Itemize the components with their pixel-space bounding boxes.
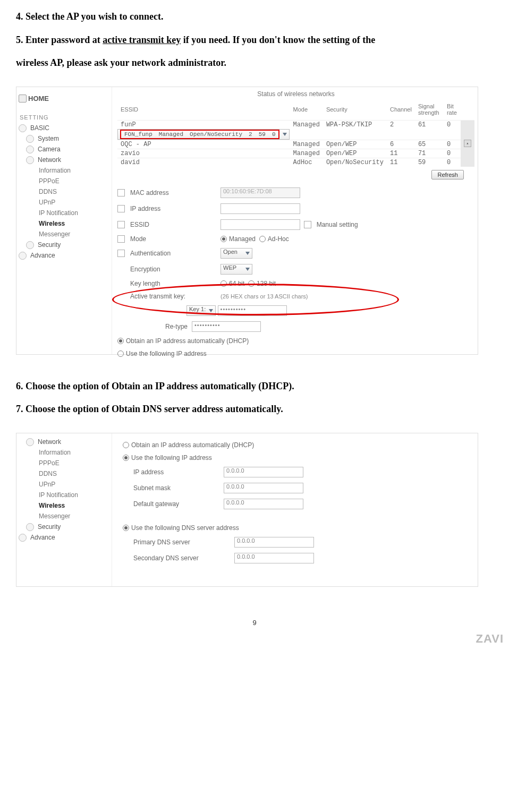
checkbox-icon[interactable] [117, 235, 125, 243]
checkbox-icon[interactable] [117, 250, 125, 257]
refresh-button[interactable]: Refresh [431, 170, 464, 180]
table-row[interactable]: OQC - APManagedOpen/WEP6650 [117, 140, 474, 149]
nav-upnp-2[interactable]: UPnP [16, 479, 112, 490]
retype-password-field[interactable]: •••••••••• [192, 321, 261, 332]
row-static: Use the following IP address [117, 347, 474, 360]
highlight-oval [112, 284, 399, 315]
table-row[interactable]: zavioManagedOpen/WEP11710 [117, 149, 474, 158]
static-radio[interactable] [117, 351, 124, 357]
nav-ddns[interactable]: DDNS [16, 186, 112, 197]
mode-label: Mode [130, 235, 220, 243]
sdns-label: Secondary DNS server [133, 554, 234, 562]
cell: Managed [156, 130, 186, 139]
status-title: Status of wireless networks [117, 87, 474, 101]
cell: 6 [387, 140, 415, 149]
gw-field[interactable]: 0.0.0.0 [224, 499, 303, 509]
row-mode: Mode Managed Ad-Hoc [117, 233, 474, 245]
row-dns-static: Use the following DNS server address [123, 522, 474, 534]
pdns-field[interactable]: 0.0.0.0 [234, 537, 314, 548]
auth-label: Authentication [130, 250, 220, 257]
nav-network[interactable]: Network [24, 155, 112, 165]
auth-select[interactable]: Open [220, 248, 252, 259]
table-row[interactable]: funPManagedWPA-PSK/TKIP2610 ▴ [117, 120, 474, 129]
nav-messenger[interactable]: Messenger [16, 229, 112, 240]
nav-information[interactable]: Information [16, 165, 112, 176]
nav-wireless-2[interactable]: Wireless [16, 500, 112, 511]
nav-security[interactable]: Security [24, 240, 112, 250]
col-essid: ESSID [117, 101, 290, 121]
nav-ddns-2[interactable]: DDNS [16, 468, 112, 479]
nav-network-2[interactable]: Network [24, 437, 112, 447]
col-security: Security [323, 101, 387, 121]
cell: 71 [415, 149, 444, 158]
cell: 59 [256, 130, 269, 139]
pdns-label: Primary DNS server [133, 539, 234, 546]
nav-home[interactable]: HOME [16, 92, 112, 105]
nav-ipnotification[interactable]: IP Notification [16, 208, 112, 218]
nav-information-2[interactable]: Information [16, 447, 112, 458]
nav-security-2[interactable]: Security [24, 522, 112, 532]
static-label: Use the following IP address [126, 350, 207, 357]
cell: zavio [117, 149, 290, 158]
row-auth: Authentication Open [117, 245, 474, 261]
nav-pppoe-2[interactable]: PPPoE [16, 458, 112, 468]
instr5a: 5. Enter password at [16, 35, 103, 45]
cell: 11 [387, 149, 415, 158]
cell: 0 [444, 149, 461, 158]
sdns-field[interactable]: 0.0.0.0 [234, 553, 314, 563]
nav-system[interactable]: System [24, 133, 112, 144]
ip-field[interactable] [220, 203, 300, 214]
instruction-7: 7. Choose the option of Obtain DNS serve… [16, 399, 493, 420]
cell: 0 [444, 120, 461, 129]
checkbox-icon[interactable] [117, 221, 125, 228]
nav-basic[interactable]: BASIC [16, 123, 112, 133]
nav-ipnotification-2[interactable]: IP Notification [16, 490, 112, 500]
checkbox-icon[interactable] [117, 189, 125, 196]
cell: Open/NoSecurity [323, 158, 387, 167]
cell: 61 [415, 120, 444, 129]
row-gw: Default gateway 0.0.0.0 [123, 496, 474, 512]
checkbox-icon[interactable] [117, 205, 125, 212]
row-essid: ESSID Manual setting [117, 217, 474, 233]
col-channel: Channel [387, 101, 415, 121]
nav-sidebar: HOME SETTING BASIC System Camera Network… [16, 87, 112, 354]
ip-field-2[interactable]: 0.0.0.0 [224, 467, 303, 477]
table-row-selected[interactable]: FON_funpManagedOpen/NoSecurity2590 [117, 129, 290, 140]
scroll-up-icon[interactable]: ▴ [464, 140, 471, 147]
mask-field[interactable]: 0.0.0.0 [224, 483, 303, 493]
essid-label: ESSID [130, 221, 220, 228]
mode-adhoc-label: Ad-Hoc [268, 235, 289, 243]
nav-advance[interactable]: Advance [16, 250, 112, 261]
col-bitrate: Bit rate [444, 101, 461, 121]
manual-label: Manual setting [317, 221, 358, 228]
cell: david [117, 158, 290, 167]
cell: Managed [290, 140, 323, 149]
dns-static-radio[interactable] [123, 525, 129, 531]
cell: AdHoc [290, 158, 323, 167]
ip-label: IP address [130, 205, 220, 212]
dhcp-radio-2[interactable] [123, 442, 129, 448]
table-row[interactable]: davidAdHocOpen/NoSecurity11590 [117, 158, 474, 167]
nav-wireless[interactable]: Wireless [16, 218, 112, 229]
static-radio-2[interactable] [123, 455, 129, 461]
nav-camera[interactable]: Camera [24, 144, 112, 155]
manual-checkbox[interactable] [304, 221, 311, 228]
nav-advance-2[interactable]: Advance [16, 532, 112, 543]
cell: Open/WEP [323, 140, 387, 149]
row-mac: MAC address 00:10:60:9E:7D:08 [117, 185, 474, 201]
dhcp-radio[interactable] [117, 338, 124, 344]
essid-field[interactable] [220, 219, 300, 230]
footer: ZAVI [16, 627, 493, 643]
nav-pppoe[interactable]: PPPoE [16, 176, 112, 186]
cell: 65 [415, 140, 444, 149]
mode-managed-radio[interactable] [220, 236, 227, 242]
mode-adhoc-radio[interactable] [259, 236, 266, 242]
page-number: 9 [16, 619, 493, 627]
enc-select[interactable]: WEP [220, 264, 252, 275]
dhcp-label: Obtain an IP address automatically (DHCP… [126, 337, 249, 345]
nav-messenger-2[interactable]: Messenger [16, 511, 112, 522]
nav-upnp[interactable]: UPnP [16, 197, 112, 208]
cell: funP [117, 120, 290, 129]
table-scrollbar[interactable]: ▴ [461, 120, 474, 167]
instruction-4: 4. Select the AP you wish to connect. [16, 6, 493, 28]
